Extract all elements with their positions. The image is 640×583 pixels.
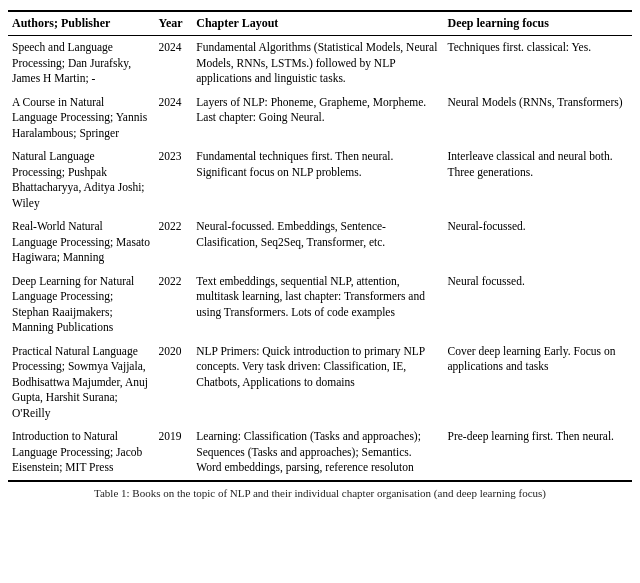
cell-deep: Neural-focussed.: [444, 215, 632, 270]
table-row: Speech and Language Processing; Dan Jura…: [8, 36, 632, 91]
cell-chapter: NLP Primers: Quick introduction to prima…: [192, 340, 443, 426]
header-deep: Deep learning focus: [444, 11, 632, 36]
cell-authors: Deep Learning for Natural Language Proce…: [8, 270, 155, 340]
cell-deep: Neural Models (RNNs, Transformers): [444, 91, 632, 146]
header-authors: Authors; Publisher: [8, 11, 155, 36]
cell-deep: Techniques first. classical: Yes.: [444, 36, 632, 91]
table-caption: Table 1: Books on the topic of NLP and t…: [8, 487, 632, 499]
header-chapter: Chapter Layout: [192, 11, 443, 36]
cell-deep: Neural focussed.: [444, 270, 632, 340]
cell-year: 2022: [155, 270, 193, 340]
cell-year: 2024: [155, 36, 193, 91]
cell-chapter: Neural-focussed. Embeddings, Sentence-Cl…: [192, 215, 443, 270]
table-row: Introduction to Natural Language Process…: [8, 425, 632, 481]
cell-deep: Pre-deep learning first. Then neural.: [444, 425, 632, 481]
cell-chapter: Fundamental Algorithms (Statistical Mode…: [192, 36, 443, 91]
cell-chapter: Layers of NLP: Phoneme, Grapheme, Morphe…: [192, 91, 443, 146]
cell-authors: Introduction to Natural Language Process…: [8, 425, 155, 481]
cell-year: 2019: [155, 425, 193, 481]
table-row: Natural Language Processing; Pushpak Bha…: [8, 145, 632, 215]
table-row: Deep Learning for Natural Language Proce…: [8, 270, 632, 340]
table-row: A Course in Natural Language Processing;…: [8, 91, 632, 146]
cell-chapter: Text embeddings, sequential NLP, attenti…: [192, 270, 443, 340]
cell-chapter: Fundamental techniques first. Then neura…: [192, 145, 443, 215]
cell-year: 2022: [155, 215, 193, 270]
cell-year: 2020: [155, 340, 193, 426]
cell-year: 2023: [155, 145, 193, 215]
cell-year: 2024: [155, 91, 193, 146]
cell-authors: Natural Language Processing; Pushpak Bha…: [8, 145, 155, 215]
table-row: Practical Natural Language Processing; S…: [8, 340, 632, 426]
table-row: Real-World Natural Language Processing; …: [8, 215, 632, 270]
cell-authors: Real-World Natural Language Processing; …: [8, 215, 155, 270]
cell-deep: Interleave classical and neural both. Th…: [444, 145, 632, 215]
cell-authors: A Course in Natural Language Processing;…: [8, 91, 155, 146]
cell-chapter: Learning: Classification (Tasks and appr…: [192, 425, 443, 481]
cell-authors: Practical Natural Language Processing; S…: [8, 340, 155, 426]
cell-deep: Cover deep learning Early. Focus on appl…: [444, 340, 632, 426]
cell-authors: Speech and Language Processing; Dan Jura…: [8, 36, 155, 91]
header-year: Year: [155, 11, 193, 36]
